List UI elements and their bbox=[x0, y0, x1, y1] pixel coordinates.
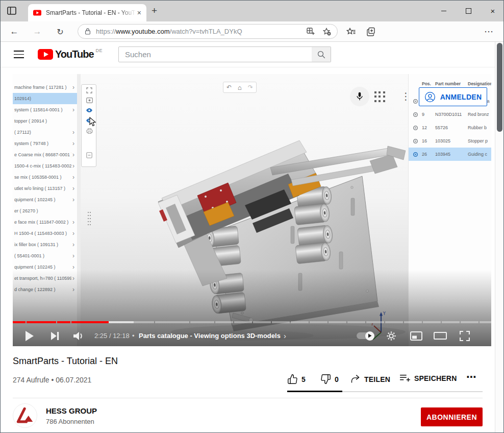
progress-chapter-segment[interactable] bbox=[310, 321, 327, 323]
progress-chapter-segment[interactable] bbox=[253, 321, 271, 323]
parts-table-row[interactable]: 26103945Guiding c bbox=[409, 148, 491, 161]
tree-item[interactable]: ix filler box ( 109131 )› bbox=[13, 239, 77, 250]
dislike-button[interactable]: 0 bbox=[320, 374, 339, 384]
tab-actions-menu-button[interactable] bbox=[6, 5, 18, 16]
channel-name[interactable]: HESS GROUP bbox=[46, 406, 97, 415]
parts-table-row[interactable]: 1255726Rubber b bbox=[409, 121, 491, 134]
tree-item[interactable]: e Coarse mix ( 86687-0001 )› bbox=[13, 149, 77, 160]
progress-bar[interactable] bbox=[13, 321, 491, 323]
progress-chapter-segment[interactable] bbox=[71, 321, 154, 323]
progress-chapter-segment[interactable] bbox=[385, 321, 403, 323]
guide-menu-icon[interactable] bbox=[14, 51, 24, 58]
tree-item[interactable]: 102914) bbox=[13, 93, 77, 104]
tree-item[interactable]: utlet w/o lining ( 113157 )› bbox=[13, 183, 77, 194]
tree-item[interactable]: ( 27112)› bbox=[13, 127, 77, 138]
scrollbar-thumb[interactable] bbox=[497, 43, 502, 132]
settings-button[interactable] bbox=[384, 325, 398, 346]
progress-chapter-segment[interactable] bbox=[366, 321, 384, 323]
save-button[interactable]: SPEICHERN bbox=[399, 374, 457, 383]
back-button[interactable]: ← bbox=[8, 26, 21, 38]
fullscreen-button[interactable] bbox=[457, 325, 472, 346]
minimize-button[interactable] bbox=[435, 5, 453, 16]
progress-chapter-segment[interactable] bbox=[27, 321, 56, 323]
show-all-eye-icon[interactable] bbox=[82, 108, 97, 113]
browser-tab[interactable]: SmartParts - Tutorial - EN - YouT × bbox=[28, 4, 146, 21]
subscribe-button[interactable]: ABONNIEREN bbox=[421, 407, 483, 426]
youtube-settings-menu-button[interactable]: ⋮ bbox=[401, 90, 407, 102]
print-icon[interactable] bbox=[82, 128, 97, 134]
tab-close-icon[interactable]: × bbox=[136, 9, 142, 16]
part-options-gear-icon[interactable] bbox=[409, 138, 422, 144]
add-favorite-icon[interactable] bbox=[322, 28, 331, 36]
tree-item-label: se mix ( 105358-0001 ) bbox=[14, 175, 71, 180]
panel-splitter-handle[interactable] bbox=[87, 211, 91, 226]
tree-item[interactable]: machine frame ( 117281 )› bbox=[13, 82, 77, 93]
search-input[interactable]: Suchen bbox=[118, 46, 312, 62]
tree-item[interactable]: ( 55401-0001 )› bbox=[13, 250, 77, 261]
progress-chapter-segment[interactable] bbox=[461, 321, 478, 323]
signin-button[interactable]: ANMELDEN bbox=[419, 87, 487, 106]
progress-chapter-segment[interactable] bbox=[215, 321, 233, 323]
progress-chapter-segment[interactable] bbox=[480, 321, 491, 323]
tree-item[interactable]: er ( 26270 ) bbox=[13, 205, 77, 216]
tree-item[interactable]: system ( 115814-0001 )› bbox=[13, 104, 77, 115]
page-scrollbar[interactable] bbox=[495, 42, 504, 433]
progress-chapter-segment[interactable] bbox=[272, 321, 290, 323]
home-view-icon[interactable]: ⌂ bbox=[238, 84, 242, 91]
youtube-apps-button[interactable] bbox=[374, 91, 386, 103]
progress-chapter-segment[interactable] bbox=[190, 321, 214, 323]
tree-item[interactable]: se mix ( 105358-0001 )› bbox=[13, 172, 77, 183]
video-player[interactable]: machine frame ( 117281 )›102914)system (… bbox=[13, 74, 491, 346]
tree-item[interactable]: system ( 79748 )› bbox=[13, 138, 77, 149]
progress-chapter-segment[interactable] bbox=[234, 321, 252, 323]
tree-item[interactable]: 1500-4 c-mix ( 115483-0002 )› bbox=[13, 160, 77, 172]
search-button[interactable] bbox=[312, 46, 331, 62]
favorites-icon[interactable] bbox=[345, 26, 357, 37]
progress-chapter-segment[interactable] bbox=[404, 321, 422, 323]
parts-table-row[interactable]: 16103025Stopper p bbox=[409, 134, 491, 148]
collections-icon[interactable] bbox=[365, 26, 377, 37]
redo-icon[interactable]: ↷ bbox=[248, 84, 253, 90]
progress-chapter-segment[interactable] bbox=[423, 321, 441, 323]
next-button[interactable] bbox=[48, 325, 62, 346]
tree-item[interactable]: quipment ( 102245 )› bbox=[13, 194, 77, 205]
channel-avatar[interactable] bbox=[13, 403, 37, 428]
undo-icon[interactable]: ↶ bbox=[226, 84, 232, 90]
more-actions-button[interactable]: ⋯ bbox=[466, 371, 477, 383]
tree-item[interactable]: topper ( 20914 ) bbox=[13, 115, 77, 127]
youtube-logo[interactable]: YouTube DE bbox=[38, 49, 103, 60]
collapse-panel-icon[interactable] bbox=[82, 152, 97, 158]
new-tab-button[interactable]: + bbox=[152, 5, 157, 16]
voice-search-button[interactable] bbox=[350, 87, 369, 106]
tree-item[interactable]: e face mix ( 111847-0002 )› bbox=[13, 216, 77, 228]
progress-chapter-segment[interactable] bbox=[442, 321, 460, 323]
progress-chapter-segment[interactable] bbox=[291, 321, 309, 323]
play-button[interactable] bbox=[23, 325, 36, 346]
refresh-button[interactable]: ↻ bbox=[54, 26, 67, 38]
miniplayer-button[interactable] bbox=[409, 325, 424, 346]
window-close-button[interactable]: × bbox=[484, 5, 502, 16]
progress-chapter-segment[interactable] bbox=[155, 321, 189, 323]
progress-chapter-segment[interactable] bbox=[13, 321, 26, 323]
parts-table-row[interactable]: 9N3700D1011Red bronz bbox=[409, 108, 491, 121]
progress-chapter-segment[interactable] bbox=[57, 321, 70, 323]
workspaces-icon[interactable] bbox=[307, 28, 315, 36]
part-options-gear-icon[interactable] bbox=[409, 125, 422, 131]
volume-button[interactable] bbox=[72, 325, 86, 346]
progress-chapter-segment[interactable] bbox=[347, 321, 365, 323]
address-bar[interactable]: https://www.youtube.com/watch?v=tvhTLA_D… bbox=[78, 24, 338, 39]
part-options-gear-icon[interactable] bbox=[409, 112, 422, 117]
maximize-button[interactable] bbox=[459, 5, 477, 16]
url-text[interactable]: https://www.youtube.com/watch?v=tvhTLA_D… bbox=[96, 28, 242, 35]
browser-menu-button[interactable]: ⋯ bbox=[483, 26, 495, 37]
screenshot-icon[interactable] bbox=[82, 98, 97, 103]
part-options-gear-icon[interactable] bbox=[409, 152, 422, 157]
share-button[interactable]: TEILEN bbox=[350, 374, 390, 384]
theater-mode-button[interactable] bbox=[433, 325, 448, 346]
autoplay-toggle[interactable] bbox=[355, 325, 374, 346]
tree-item[interactable]: H 1500-4 ( 115483-0003 )› bbox=[13, 228, 77, 239]
chapter-button[interactable]: Parts catalogue - Viewing options 3D-mod… bbox=[139, 325, 286, 346]
fit-view-icon[interactable] bbox=[82, 87, 97, 93]
progress-chapter-segment[interactable] bbox=[329, 321, 346, 323]
like-button[interactable]: 5 bbox=[287, 374, 306, 384]
